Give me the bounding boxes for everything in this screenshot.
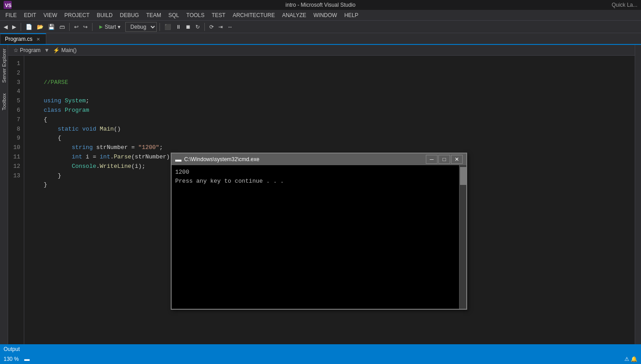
toolbar-separator-3	[92, 23, 93, 31]
toolbar: ◀ ▶ 📄 📂 💾 🗃 ↩ ↪ ▶ Start ▾ Debug ⬛ ⏸ ⏹ ↻ …	[0, 21, 641, 33]
toolbar-separator-1	[21, 23, 21, 31]
toolbar-separator-5	[204, 23, 205, 31]
menu-help[interactable]: HELP	[340, 11, 362, 19]
start-button[interactable]: ▶ Start ▾	[95, 22, 124, 31]
save-button[interactable]: 💾	[46, 22, 57, 32]
cmd-minimize-button[interactable]: ─	[426, 155, 438, 164]
status-icons: ⚠ 🔔	[624, 356, 637, 362]
main-area: Server Explorer Toolbox ☆ Program ▼ ⚡ Ma…	[0, 45, 641, 344]
toolbar-separator-2	[69, 23, 70, 31]
toolbar-btn-10[interactable]: ⇥	[217, 22, 225, 32]
menu-tools[interactable]: TOOLS	[183, 11, 208, 19]
line-numbers: 1 2 3 4 5 6 7 8 9 10 11 12 13	[8, 56, 24, 344]
tab-label: Program.cs	[5, 36, 32, 42]
sidebar-server-explorer[interactable]: Server Explorer	[0, 45, 8, 86]
nav-method[interactable]: ⚡ Main()	[51, 47, 78, 53]
menu-project[interactable]: PROJECT	[61, 11, 93, 19]
new-project-button[interactable]: 📄	[24, 22, 34, 32]
cmd-title-text: C:\Windows\system32\cmd.exe	[184, 156, 426, 162]
cmd-output-line1: 1200	[175, 168, 463, 177]
svg-text:VS: VS	[5, 3, 12, 8]
nav-namespace[interactable]: ☆ Program	[12, 47, 42, 53]
menu-architecture[interactable]: ARCHITECTURE	[229, 11, 279, 19]
cmd-maximize-button[interactable]: □	[438, 155, 450, 164]
open-file-button[interactable]: 📂	[35, 22, 45, 32]
undo-button[interactable]: ↩	[72, 22, 80, 32]
cmd-scrollbar[interactable]	[459, 165, 466, 309]
cmd-buttons: ─ □ ✕	[426, 155, 463, 164]
quick-launch[interactable]: Quick La...	[612, 2, 637, 8]
menu-window[interactable]: WINDOW	[310, 11, 341, 19]
output-bar[interactable]: Output	[0, 344, 641, 354]
menu-bar: FILE EDIT VIEW PROJECT BUILD DEBUG TEAM …	[0, 10, 641, 21]
menu-file[interactable]: FILE	[2, 11, 20, 19]
tab-program-cs[interactable]: Program.cs ✕	[0, 33, 46, 44]
tab-bar: Program.cs ✕	[0, 33, 641, 45]
redo-button[interactable]: ↪	[81, 22, 89, 32]
start-dropdown-arrow[interactable]: ▾	[118, 24, 120, 30]
server-explorer-sidebar: Server Explorer Toolbox	[0, 45, 8, 344]
toolbar-btn-8[interactable]: ↻	[194, 22, 202, 32]
cmd-output-line2: Press any key to continue . . .	[175, 177, 463, 186]
toolbar-btn-11[interactable]: ↔	[225, 22, 234, 32]
zoom-level[interactable]: 130 %	[4, 356, 19, 362]
back-button[interactable]: ◀	[2, 22, 9, 32]
status-right: ⚠ 🔔	[624, 356, 637, 362]
save-all-button[interactable]: 🗃	[57, 22, 66, 32]
window-title: intro - Microsoft Visual Studio	[0, 2, 641, 8]
status-left: 130 % ▬	[4, 356, 30, 362]
debug-dropdown[interactable]: Debug	[125, 22, 157, 32]
nav-arrow: ▼	[44, 47, 49, 53]
title-bar: VS intro - Microsoft Visual Studio Quick…	[0, 0, 641, 10]
toolbar-btn-9[interactable]: ⟳	[208, 22, 216, 32]
sidebar-toolbox[interactable]: Toolbox	[0, 90, 8, 114]
status-bar: 130 % ▬ ⚠ 🔔	[0, 354, 641, 364]
menu-sql[interactable]: SQL	[165, 11, 183, 19]
start-label: Start	[105, 24, 116, 30]
toolbar-separator-4	[159, 23, 160, 31]
menu-build[interactable]: BUILD	[93, 11, 116, 19]
cmd-scroll-thumb[interactable]	[460, 167, 466, 185]
menu-view[interactable]: VIEW	[40, 11, 61, 19]
menu-analyze[interactable]: ANALYZE	[279, 11, 310, 19]
menu-edit[interactable]: EDIT	[20, 11, 40, 19]
menu-team[interactable]: TEAM	[142, 11, 164, 19]
code-navigation-bar: ☆ Program ▼ ⚡ Main()	[8, 45, 635, 56]
toolbar-btn-6[interactable]: ⏸	[174, 22, 183, 32]
cmd-body: 1200 Press any key to continue . . .	[172, 165, 466, 309]
tab-close-button[interactable]: ✕	[35, 36, 41, 42]
vs-logo: VS	[4, 1, 12, 9]
toolbar-btn-7[interactable]: ⏹	[184, 22, 193, 32]
forward-button[interactable]: ▶	[10, 22, 18, 32]
play-icon: ▶	[99, 24, 103, 29]
menu-test[interactable]: TEST	[208, 11, 229, 19]
cmd-window: ▬ C:\Windows\system32\cmd.exe ─ □ ✕ 1200…	[171, 153, 467, 310]
cmd-close-button[interactable]: ✕	[451, 155, 463, 164]
zoom-slider[interactable]: ▬	[24, 356, 30, 362]
cmd-titlebar: ▬ C:\Windows\system32\cmd.exe ─ □ ✕	[172, 153, 466, 165]
right-margin	[635, 45, 641, 344]
menu-debug[interactable]: DEBUG	[116, 11, 143, 19]
toolbar-btn-5[interactable]: ⬛	[163, 22, 173, 32]
cmd-icon: ▬	[175, 156, 181, 163]
output-label[interactable]: Output	[4, 346, 20, 352]
